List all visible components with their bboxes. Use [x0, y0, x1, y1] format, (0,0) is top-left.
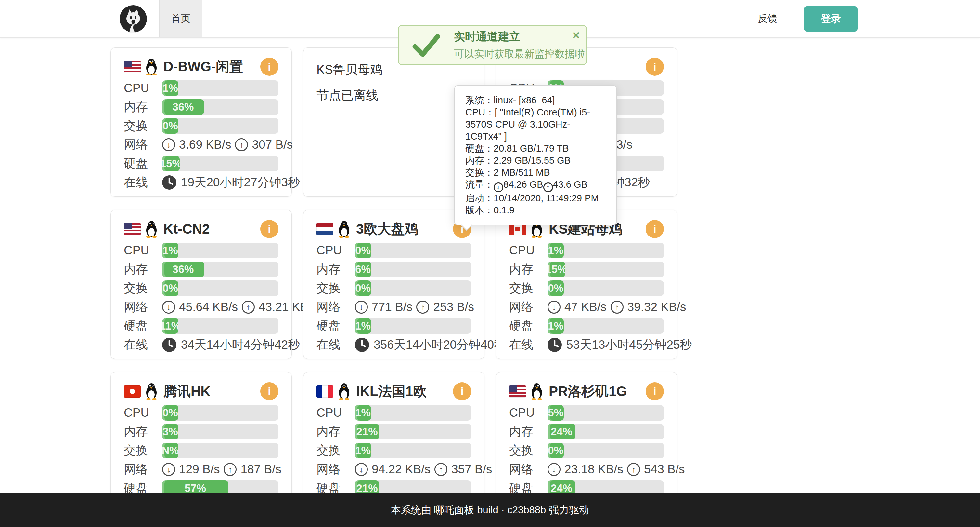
progress-label: 0%: [162, 407, 178, 419]
progress-label: 0%: [162, 120, 178, 132]
progress-label: 6%: [355, 263, 371, 276]
stat-row-online: 在线34天14小时4分钟42秒: [124, 337, 278, 353]
toast-title: 实时通道建立: [454, 29, 585, 44]
stat-row-net: 网络↓23.18 KB/s↑543 B/s: [509, 462, 664, 477]
progress-track: 6%: [355, 262, 471, 277]
progress-fill: 0%: [547, 280, 564, 296]
info-icon[interactable]: i: [260, 57, 278, 76]
toast-texts: 实时通道建立 可以实时获取最新监控数据啦: [454, 29, 585, 61]
stat-label-cpu: CPU: [317, 244, 355, 257]
progress-label: 11%: [162, 320, 178, 332]
tooltip-row-label: 流量：: [465, 179, 493, 190]
tooltip-row-label: 硬盘：: [465, 143, 493, 153]
info-icon[interactable]: i: [260, 220, 278, 238]
progress-label: 1%: [548, 320, 563, 332]
network-speeds: ↓94.22 KB/s↑357 B/s: [355, 463, 492, 476]
progress-track: 1%: [547, 243, 664, 258]
progress-label: 0%: [355, 282, 371, 294]
progress-fill: 1%: [547, 243, 564, 258]
login-button[interactable]: 登录: [804, 6, 858, 32]
toast-close-icon[interactable]: ×: [573, 29, 580, 41]
net-upload-value: 253 B/s: [433, 300, 474, 314]
progress-fill: 11%: [162, 318, 178, 334]
tab-home[interactable]: 首页: [159, 0, 202, 37]
progress-track: 0%: [162, 405, 278, 421]
progress-label: N%: [162, 444, 178, 457]
info-icon[interactable]: i: [646, 382, 664, 401]
us-flag-icon: [124, 223, 141, 235]
stat-label-mem: 内存: [124, 423, 162, 440]
footer-panel-link[interactable]: 哪吒面板 build · c23b88b: [434, 503, 546, 517]
net-upload-value: 307 B/s: [252, 138, 293, 152]
tooltip-row: 系统：linux- [x86_64]: [465, 94, 606, 106]
net-download-value: 771 B/s: [372, 300, 412, 314]
progress-label: 3%: [162, 425, 178, 438]
tooltip-row-value: linux- [x86_64]: [493, 95, 555, 105]
stat-label-cpu: CPU: [509, 406, 547, 420]
stat-row-cpu: CPU1%: [317, 405, 471, 421]
network-speeds: ↓23.18 KB/s↑543 B/s: [547, 463, 685, 476]
stat-row-mem: 内存21%: [317, 424, 471, 439]
us-flag-icon: [124, 61, 141, 73]
progress-label: 36%: [172, 263, 194, 276]
progress-track: 0%: [162, 118, 278, 134]
progress-track: 36%: [162, 262, 278, 277]
stat-label-swap: 交换: [509, 442, 547, 459]
info-icon[interactable]: i: [646, 220, 664, 238]
progress-fill: 36%: [162, 99, 204, 115]
stat-row-disk: 硬盘1%: [509, 318, 664, 334]
download-icon: ↓: [355, 463, 368, 476]
progress-label: 5%: [548, 407, 563, 419]
stat-row-net: 网络↓94.22 KB/s↑357 B/s: [317, 462, 471, 477]
net-upload-value: 543 B/s: [644, 463, 685, 476]
stat-label-mem: 内存: [124, 99, 162, 115]
progress-track: 1%: [355, 443, 471, 458]
card-header: PR洛杉矶1Gi: [509, 381, 664, 402]
tooltip-row-value: 2 MB/511 MB: [493, 167, 550, 177]
stat-label-swap: 交换: [509, 280, 547, 296]
progress-fill: 24%: [547, 424, 576, 439]
progress-label: 15%: [547, 263, 565, 276]
progress-track: 24%: [547, 424, 664, 439]
server-card: 3欧大盘鸡iCPU0%内存6%交换0%网络↓771 B/s↑253 B/s硬盘1…: [303, 210, 484, 359]
progress-fill: 1%: [162, 243, 178, 258]
realtime-channel-toast: 实时通道建立 可以实时获取最新监控数据啦 ×: [398, 25, 587, 65]
progress-fill: 0%: [355, 280, 371, 296]
info-icon[interactable]: i: [453, 382, 471, 401]
progress-fill: 0%: [355, 243, 371, 258]
info-icon[interactable]: i: [260, 382, 278, 401]
progress-label: 0%: [548, 444, 563, 457]
stat-row-disk: 硬盘1%: [317, 318, 471, 334]
clock-icon: [547, 338, 562, 352]
stat-row-swap: 交换0%: [124, 118, 278, 134]
site-logo-avatar[interactable]: [119, 5, 147, 32]
network-speeds: ↓129 B/s↑187 B/s: [162, 463, 282, 476]
stat-label-online: 在线: [317, 337, 355, 353]
progress-track: 1%: [162, 80, 278, 96]
stat-row-swap: 交换0%: [509, 443, 664, 458]
clock-icon: [162, 338, 177, 352]
stat-label-net: 网络: [317, 461, 355, 477]
progress-track: 1%: [547, 318, 664, 334]
tooltip-row-label: 内存：: [465, 155, 493, 166]
linux-icon: [529, 383, 544, 400]
download-icon: ↓: [162, 138, 175, 151]
feedback-link[interactable]: 反馈: [743, 0, 792, 37]
progress-track: 11%: [162, 318, 278, 334]
stat-label-net: 网络: [124, 299, 162, 315]
toast-message: 可以实时获取最新监控数据啦: [454, 47, 585, 61]
tooltip-row: 版本：0.1.9: [465, 204, 606, 216]
stat-label-online: 在线: [509, 337, 547, 353]
cat-meme-avatar-icon: [119, 5, 147, 32]
progress-track: 0%: [547, 280, 664, 296]
tooltip-row-value: 20.81 GB/1.79 TB: [493, 143, 569, 153]
net-upload-value: 357 B/s: [451, 463, 492, 476]
tooltip-row: 流量：↓84.26 GB↑43.6 GB: [465, 179, 606, 192]
progress-fill: 21%: [355, 424, 379, 439]
clock-icon: [355, 338, 369, 352]
info-icon[interactable]: i: [646, 57, 664, 76]
progress-track: 15%: [162, 156, 278, 171]
stat-label-net: 网络: [509, 461, 547, 477]
network-speeds: ↓47 KB/s↑39.32 KB/s: [547, 300, 686, 314]
linux-icon: [337, 220, 352, 238]
